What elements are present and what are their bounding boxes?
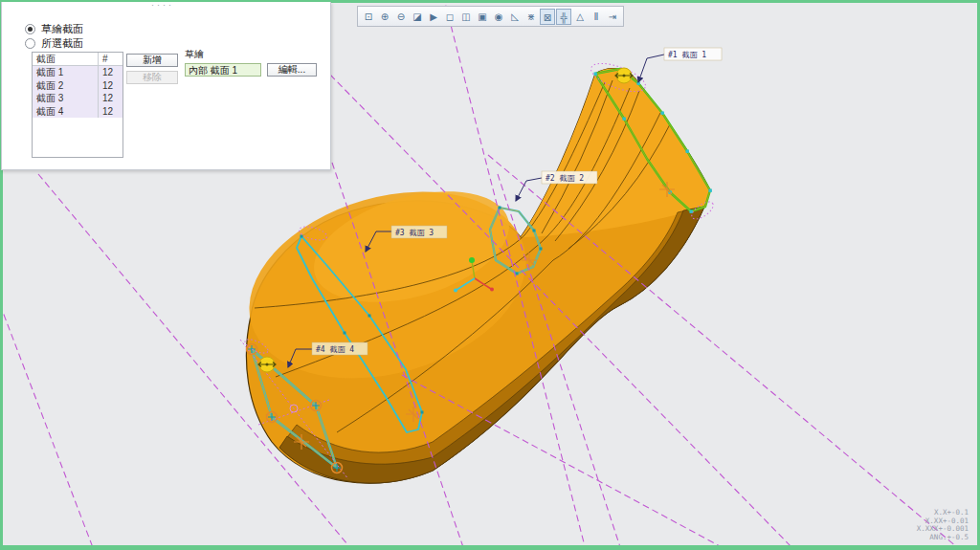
panel-drag-handle[interactable]: ···· (151, 0, 174, 10)
spin-center-icon[interactable]: ╬ (556, 9, 571, 25)
annotation-display-icon[interactable]: ⊠ (540, 9, 555, 25)
sections-table[interactable]: 截面 # 截面 1 12 截面 2 12 截面 3 12 截面 4 12 (32, 52, 123, 158)
sketch-name-field[interactable]: 內部 截面 1 (185, 63, 261, 77)
edit-sketch-button[interactable]: 編輯... (267, 63, 317, 77)
tolerance-line: ANG.+-0.5 (917, 534, 969, 542)
radio-sketched-label: 草繪截面 (41, 22, 83, 36)
sketch-label: 草繪 (185, 48, 204, 61)
svg-text:#4 截面 4: #4 截面 4 (316, 345, 354, 354)
section-4-drag-handle[interactable] (258, 357, 276, 372)
col-header-count: # (98, 53, 122, 65)
remove-section-button[interactable]: 移除 (126, 71, 178, 84)
axis-display-icon[interactable]: ⋇ (523, 9, 539, 25)
default-orientation-icon[interactable]: ◻ (442, 9, 457, 25)
repaint-icon[interactable]: ◪ (410, 9, 425, 25)
table-row[interactable]: 截面 1 12 (33, 66, 122, 79)
table-header: 截面 # (33, 53, 122, 66)
table-row[interactable]: 截面 4 12 (33, 105, 122, 119)
zoom-out-icon[interactable]: ⊖ (393, 9, 409, 25)
view-manager-icon[interactable]: ◫ (458, 9, 474, 25)
section-1-drag-handle[interactable] (615, 68, 633, 83)
section-4-label[interactable]: #4 截面 4 (312, 342, 368, 355)
tolerance-note: X.X+-0.1 X.XX+-0.01 X.XXX+-0.001 ANG.+-0… (917, 509, 969, 541)
table-row[interactable]: 截面 3 12 (33, 92, 122, 105)
pause-icon[interactable]: Ⅱ (589, 9, 604, 25)
section-1-label[interactable]: #1 截面 1 (664, 48, 722, 60)
table-row[interactable]: 截面 2 12 (33, 79, 122, 93)
col-header-section: 截面 (33, 53, 98, 65)
graphics-toolbar: ⊡⊕⊖◪▶◻◫▣◉◺⋇⊠╬△Ⅱ⇥ (357, 6, 624, 27)
sections-panel: ···· 草繪截面 所選截面 截面 # 截面 1 12 截面 2 12 截面 3 (1, 2, 331, 170)
svg-text:#1 截面 1: #1 截面 1 (668, 51, 706, 59)
display-style-icon[interactable]: ◉ (491, 9, 506, 25)
capture-icon[interactable]: ▣ (475, 9, 490, 25)
radio-dot[interactable] (25, 24, 35, 34)
zoom-box-icon[interactable]: ⊡ (361, 9, 376, 25)
dragger-icon[interactable]: △ (572, 9, 588, 25)
zoom-in-icon[interactable]: ⊕ (377, 9, 392, 25)
section-3-label[interactable]: #3 截面 3 (391, 226, 447, 238)
add-section-button[interactable]: 新增 (126, 54, 178, 67)
radio-selected-sections[interactable]: 所選截面 (25, 37, 83, 50)
radio-dot[interactable] (25, 38, 35, 49)
plane-display-icon[interactable]: ◺ (507, 9, 523, 25)
section-2-label[interactable]: #2 截面 2 (542, 171, 597, 184)
exit-icon[interactable]: ⇥ (605, 9, 620, 25)
svg-text:#3 截面 3: #3 截面 3 (395, 229, 434, 237)
svg-text:#2 截面 2: #2 截面 2 (546, 174, 584, 183)
radio-selected-label: 所選截面 (41, 36, 83, 51)
application-window: #1 截面 1 #2 截面 2 #3 截面 3 #4 截面 4 ···· 草繪截… (0, 0, 980, 550)
previous-view-icon[interactable]: ▶ (426, 9, 441, 25)
radio-sketched-sections[interactable]: 草繪截面 (25, 23, 83, 35)
